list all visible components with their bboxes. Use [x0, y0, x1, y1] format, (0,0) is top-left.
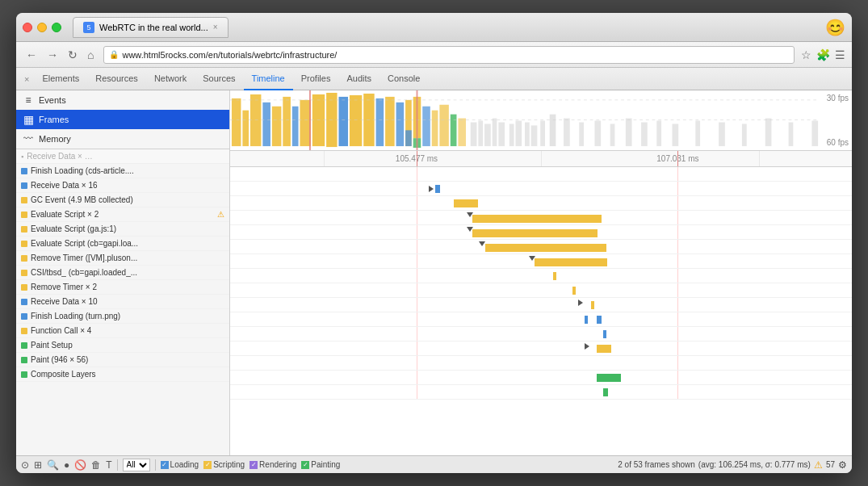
event-row-receive-10[interactable]: Receive Data × 10: [16, 295, 229, 309]
url-lock-icon: 🔒: [109, 50, 119, 59]
tab-network[interactable]: Network: [146, 68, 195, 90]
event-row-paint-946[interactable]: Paint (946 × 56): [16, 353, 229, 367]
event-tick: [585, 316, 588, 324]
svg-rect-29: [498, 122, 505, 146]
search-icon[interactable]: 🔍: [47, 459, 59, 471]
sidebar-label-memory: Memory: [39, 134, 71, 144]
minimize-button[interactable]: [37, 23, 47, 32]
timeline-row-12: [230, 356, 852, 371]
tab-close-button[interactable]: ×: [213, 23, 218, 31]
text-icon[interactable]: T: [106, 459, 111, 471]
forward-button[interactable]: →: [44, 47, 61, 63]
maximize-button[interactable]: [52, 23, 61, 32]
rendering-checkbox[interactable]: ✓: [249, 461, 258, 469]
svg-rect-22: [439, 105, 449, 146]
event-label: Finish Loading (turn.png): [31, 312, 224, 321]
svg-rect-8: [312, 94, 325, 146]
devtools-close[interactable]: ×: [19, 74, 34, 84]
filter-select[interactable]: All: [123, 459, 150, 471]
events-list: [230, 167, 852, 455]
svg-rect-44: [695, 120, 700, 146]
svg-rect-26: [478, 120, 483, 146]
event-row-finish-turn[interactable]: Finish Loading (turn.png): [16, 309, 229, 324]
loading-label: Loading: [170, 460, 199, 469]
event-row-paint-setup[interactable]: Paint Setup: [16, 338, 229, 353]
event-row-finish-loading[interactable]: Finish Loading (cds-article....: [16, 164, 229, 178]
tab-timeline[interactable]: Timeline: [244, 68, 293, 90]
clear-icon[interactable]: ⊞: [34, 459, 42, 471]
sidebar-item-memory[interactable]: 〰 Memory: [16, 129, 229, 149]
dot-icon[interactable]: ●: [64, 459, 69, 471]
rendering-filter[interactable]: ✓ Rendering: [249, 460, 296, 469]
tab-resources[interactable]: Resources: [87, 68, 146, 90]
browser-tab[interactable]: 5 WebRTC in the real world... ×: [73, 17, 229, 38]
scripting-label: Scripting: [213, 460, 245, 469]
event-label: Function Call × 4: [31, 326, 224, 335]
event-row-remove-timer-vm[interactable]: Remove Timer ([VM].pluson...: [16, 251, 229, 266]
delete-icon[interactable]: 🗑: [91, 459, 101, 471]
event-row-eval-cb[interactable]: Evaluate Script (cb=gapi.loa...: [16, 237, 229, 251]
event-row-csi[interactable]: CSI/tbsd_ (cb=gapi.loaded_...: [16, 266, 229, 280]
event-dot: [21, 342, 27, 349]
left-sidebar: ≡ Events ▦ Frames 〰 Memory ▪ Receive Dat…: [16, 90, 230, 455]
painting-filter[interactable]: ✓ Painting: [301, 460, 340, 469]
event-bar: [535, 258, 607, 266]
bookmark-icon[interactable]: ☆: [801, 48, 811, 61]
url-bar[interactable]: 🔒 www.html5rocks.com/en/tutorials/webrtc…: [103, 46, 795, 64]
event-row-composite[interactable]: Composite Layers: [16, 367, 229, 382]
event-row-gc[interactable]: GC Event (4.9 MB collected): [16, 193, 229, 207]
sidebar-item-events[interactable]: ≡ Events: [16, 90, 229, 110]
event-bar: [485, 244, 606, 252]
settings-icon[interactable]: ⚙: [838, 459, 847, 471]
back-button[interactable]: ←: [23, 47, 40, 63]
svg-rect-25: [471, 122, 477, 146]
rendering-label: Rendering: [259, 460, 296, 469]
painting-checkbox[interactable]: ✓: [301, 461, 309, 469]
prohibited-icon[interactable]: 🚫: [74, 459, 86, 471]
record-icon[interactable]: ⊙: [21, 459, 29, 471]
tab-sources[interactable]: Sources: [195, 68, 243, 90]
painting-label: Painting: [311, 460, 340, 469]
event-dot: [21, 182, 27, 189]
traffic-lights: [23, 23, 61, 32]
svg-rect-45: [719, 122, 725, 146]
event-row-eval-script-2[interactable]: Evaluate Script × 2 ⚠: [16, 207, 229, 222]
event-row-eval-ga[interactable]: Evaluate Script (ga.js:1): [16, 222, 229, 237]
svg-rect-38: [594, 120, 601, 146]
svg-rect-42: [656, 120, 661, 146]
event-bar: [597, 316, 602, 324]
timestamp-ruler: 105.477 ms 107.031 ms: [230, 151, 852, 167]
event-row-receive-data-16[interactable]: Receive Data × 16: [16, 178, 229, 193]
tab-audits[interactable]: Audits: [338, 68, 379, 90]
svg-rect-48: [789, 122, 794, 146]
event-row-function-call[interactable]: Function Call × 4: [16, 324, 229, 338]
svg-rect-13: [376, 98, 384, 146]
menu-icon[interactable]: ☰: [835, 48, 845, 61]
scripting-filter[interactable]: ✓ Scripting: [203, 460, 245, 469]
svg-rect-10: [338, 97, 348, 146]
timeline-row-3: [230, 225, 852, 240]
event-dot: [21, 255, 27, 262]
event-bar-green: [597, 374, 621, 382]
event-bar: [435, 185, 440, 193]
loading-checkbox[interactable]: ✓: [161, 461, 169, 469]
extensions-icon[interactable]: 🧩: [816, 48, 830, 61]
svg-rect-31: [515, 120, 522, 146]
svg-rect-17: [405, 130, 412, 146]
separator: [155, 459, 156, 471]
time-divider-right: [677, 151, 678, 166]
event-dot: [21, 284, 27, 291]
close-button[interactable]: [23, 23, 32, 32]
tab-elements[interactable]: Elements: [34, 68, 87, 90]
event-dot: [21, 357, 27, 363]
event-row-remove-timer-2[interactable]: Remove Timer × 2: [16, 280, 229, 295]
refresh-button[interactable]: ↻: [65, 47, 81, 63]
grid-line: [759, 151, 760, 166]
tab-profiles[interactable]: Profiles: [293, 68, 339, 90]
loading-filter[interactable]: ✓ Loading: [161, 460, 199, 469]
home-button[interactable]: ⌂: [84, 47, 97, 63]
timeline-row-0: [230, 182, 852, 196]
tab-console[interactable]: Console: [379, 68, 428, 90]
scripting-checkbox[interactable]: ✓: [203, 461, 212, 469]
sidebar-item-frames[interactable]: ▦ Frames: [16, 110, 229, 129]
